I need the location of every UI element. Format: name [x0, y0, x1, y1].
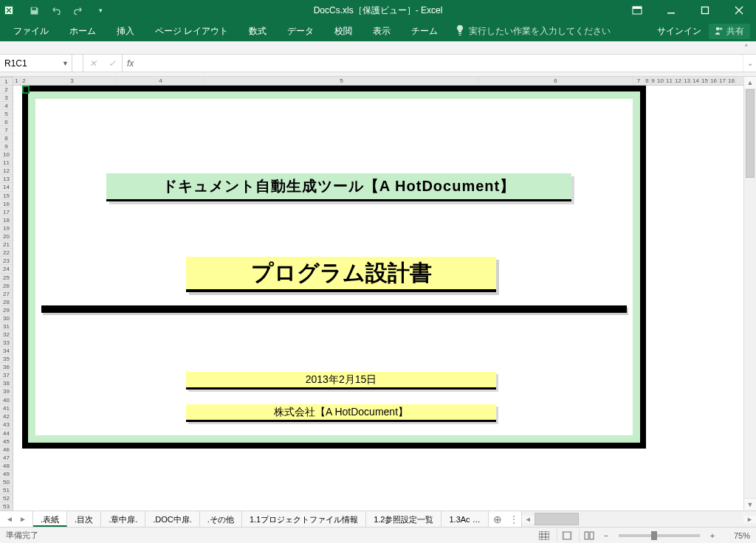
tab-team[interactable]: チーム	[401, 21, 448, 41]
share-label: 共有	[726, 25, 744, 38]
sheet-tab[interactable]: .DOC中扉.	[145, 511, 200, 527]
vertical-scrollbar[interactable]: ▲ ▼	[743, 77, 756, 511]
tab-page-layout[interactable]: ページ レイアウト	[145, 21, 238, 41]
svg-point-6	[716, 27, 720, 30]
sheet-tab[interactable]: 1.2参照設定一覧	[366, 511, 441, 527]
minimize-icon[interactable]	[654, 0, 688, 21]
sheet-tab[interactable]: 1.1プロジェクトファイル情報	[242, 511, 366, 527]
sheet-tab[interactable]: .表紙	[33, 511, 67, 527]
doc-tool-title: ドキュメント自動生成ツール【A HotDocument】	[106, 173, 571, 201]
tab-review[interactable]: 校閲	[324, 21, 362, 41]
sheet-tab-bar: ◄ ► .表紙 .目次 .章中扉. .DOC中扉. .その他 1.1プロジェクト…	[0, 511, 756, 527]
cells-canvas[interactable]: ドキュメント自動生成ツール【A HotDocument】 プログラム設計書 20…	[13, 86, 743, 511]
zoom-slider[interactable]	[619, 534, 700, 537]
tab-home[interactable]: ホーム	[59, 21, 106, 41]
sheet-nav-prev-icon[interactable]: ◄	[3, 515, 16, 523]
scroll-up-icon[interactable]: ▲	[744, 77, 756, 89]
view-page-layout-icon[interactable]	[557, 529, 576, 542]
svg-rect-14	[585, 532, 588, 539]
maximize-icon[interactable]	[688, 0, 722, 21]
zoom-out-button[interactable]: −	[601, 531, 611, 540]
scroll-left-icon[interactable]: ◄	[522, 516, 535, 523]
svg-rect-4	[667, 13, 675, 14]
qat-customize-icon[interactable]: ▾	[90, 1, 111, 19]
titlebar: ▾ DocCs.xls［保護ビュー］- Excel	[0, 0, 756, 21]
view-normal-icon[interactable]	[535, 529, 554, 542]
save-icon[interactable]	[24, 1, 44, 19]
document-cover-frame: ドキュメント自動生成ツール【A HotDocument】 プログラム設計書 20…	[22, 86, 646, 449]
formula-input[interactable]	[138, 55, 743, 72]
doc-divider-line	[41, 305, 627, 313]
insert-function-icon[interactable]: fx	[123, 55, 138, 72]
sheet-tab[interactable]: .その他	[200, 511, 242, 527]
tell-me-label: 実行したい作業を入力してください	[469, 25, 611, 38]
zoom-in-button[interactable]: +	[707, 531, 718, 540]
status-ready: 準備完了	[6, 530, 38, 541]
view-page-break-icon[interactable]	[579, 529, 598, 542]
ribbon-tabs: ファイル ホーム 挿入 ページ レイアウト 数式 データ 校閲 表示 チーム 実…	[0, 21, 756, 41]
ribbon-display-icon[interactable]	[620, 0, 654, 21]
grid-area: 12345678910111213 14 151617181920212223 …	[0, 77, 756, 511]
tab-file[interactable]: ファイル	[3, 21, 59, 41]
share-button[interactable]: 共有	[709, 24, 750, 39]
scroll-thumb[interactable]	[746, 89, 755, 178]
column-headers[interactable]: 1 2 3 4 5 6 7 8 9 10 11 12 13 14 15 16 1…	[13, 77, 743, 86]
name-box-input[interactable]	[4, 58, 115, 69]
select-all-cell[interactable]	[0, 77, 13, 77]
zoom-slider-knob[interactable]	[651, 531, 657, 540]
active-cell-cursor	[22, 86, 30, 94]
tab-insert[interactable]: 挿入	[106, 21, 145, 41]
svg-rect-5	[702, 7, 709, 14]
svg-rect-12	[563, 532, 571, 539]
sheet-tab[interactable]: .章中扉.	[101, 511, 145, 527]
sheet-tab[interactable]: 1.3Ac …	[441, 511, 488, 527]
horizontal-scrollbar[interactable]: ◄ ►	[521, 511, 756, 527]
status-bar: 準備完了 − + 75%	[0, 527, 756, 543]
svg-rect-7	[539, 531, 549, 540]
doc-main-title: プログラム設計書	[186, 257, 496, 292]
chevron-down-icon[interactable]: ▼	[62, 60, 69, 67]
sheet-more-icon[interactable]: ⋮	[506, 511, 521, 527]
svg-rect-15	[590, 532, 594, 539]
close-icon[interactable]	[722, 0, 756, 21]
redo-icon[interactable]	[68, 1, 89, 19]
sheet-nav-next-icon[interactable]: ►	[16, 515, 30, 523]
app-icon	[3, 4, 15, 16]
sheet-tab[interactable]: .目次	[67, 511, 101, 527]
doc-company: 株式会社【A HotDocument】	[186, 404, 496, 422]
doc-date: 2013年2月15日	[186, 372, 496, 390]
tab-data[interactable]: データ	[277, 21, 324, 41]
zoom-level[interactable]: 75%	[721, 531, 750, 540]
scroll-down-icon[interactable]: ▼	[744, 498, 756, 511]
new-sheet-icon[interactable]: ⊕	[489, 511, 506, 527]
ribbon-collapse-strip[interactable]: ˄	[0, 41, 756, 55]
signin-link[interactable]: サインイン	[657, 25, 701, 38]
formula-bar: ▼ ✕ ✓ fx ⌄	[0, 55, 756, 72]
scroll-right-icon[interactable]: ►	[743, 516, 756, 523]
tab-formulas[interactable]: 数式	[238, 21, 277, 41]
expand-formula-bar-icon[interactable]: ⌄	[743, 55, 756, 72]
hscroll-thumb[interactable]	[535, 513, 579, 525]
name-box[interactable]: ▼	[0, 55, 72, 72]
tell-me-search[interactable]: 実行したい作業を入力してください	[456, 25, 611, 38]
undo-icon[interactable]	[46, 1, 66, 19]
svg-rect-3	[633, 7, 642, 9]
lightbulb-icon	[456, 25, 464, 38]
row-headers[interactable]: 12345678910111213 14 151617181920212223 …	[0, 77, 13, 511]
tab-view[interactable]: 表示	[362, 21, 401, 41]
share-icon	[715, 26, 724, 37]
